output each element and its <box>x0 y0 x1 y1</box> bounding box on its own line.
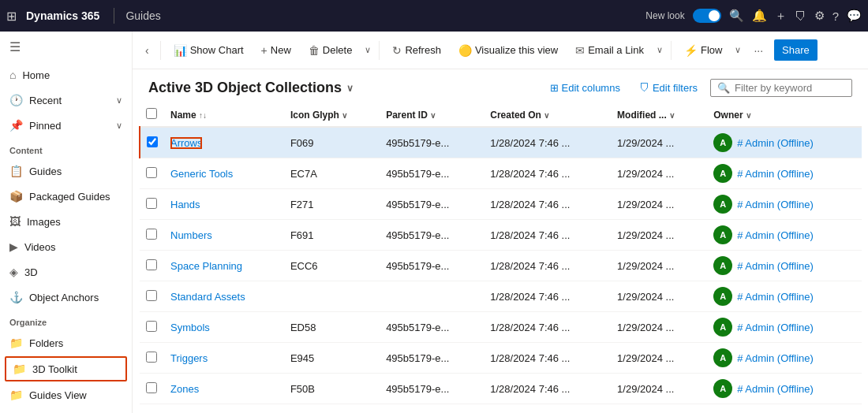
row-name-link[interactable]: Space Planning <box>170 260 242 272</box>
col-icon-glyph[interactable]: Icon Glyph ∨ <box>284 103 380 127</box>
row-checkbox-cell[interactable] <box>140 220 164 251</box>
email-link-button[interactable]: ✉ Email a Link <box>567 39 652 61</box>
row-name-cell[interactable]: Triggers <box>164 343 284 374</box>
share-button[interactable]: Share <box>774 39 817 61</box>
row-checkbox-cell[interactable] <box>140 251 164 281</box>
sidebar-item-guides[interactable]: 📋 Guides <box>0 158 132 184</box>
settings-icon[interactable]: ⚙ <box>814 9 825 23</box>
owner-name[interactable]: # Admin (Offline) <box>737 137 814 149</box>
sidebar-item-videos[interactable]: ▶ Videos <box>0 234 132 259</box>
sidebar-item-folders[interactable]: 📁 Folders <box>0 330 132 355</box>
row-checkbox[interactable] <box>146 321 157 332</box>
new-look-toggle[interactable] <box>693 9 721 23</box>
sidebar-item-packaged-guides[interactable]: 📦 Packaged Guides <box>0 184 132 209</box>
owner-name[interactable]: # Admin (Offline) <box>737 322 814 333</box>
email-caret-button[interactable]: ∨ <box>653 40 666 60</box>
row-name-link[interactable]: Zones <box>170 383 199 395</box>
row-name-cell[interactable]: Symbols <box>164 312 284 343</box>
col-modified[interactable]: Modified ... ∨ <box>611 103 707 127</box>
sort-icon-owner: ∨ <box>746 111 751 120</box>
col-parent-id[interactable]: Parent ID ∨ <box>380 103 484 127</box>
row-name-cell[interactable]: Standard Assets <box>164 281 284 312</box>
col-owner[interactable]: Owner ∨ <box>707 103 862 127</box>
row-checkbox[interactable] <box>146 382 157 393</box>
owner-name[interactable]: # Admin (Offline) <box>737 199 814 210</box>
chat-icon[interactable]: 💬 <box>847 9 862 23</box>
row-checkbox-cell[interactable] <box>140 189 164 220</box>
row-name-cell[interactable]: Generic Tools <box>164 158 284 189</box>
grid-icon[interactable]: ⊞ <box>6 9 17 24</box>
row-name-link[interactable]: Hands <box>170 199 200 210</box>
delete-caret-button[interactable]: ∨ <box>361 40 374 60</box>
help-icon[interactable]: ? <box>832 9 839 23</box>
row-checkbox[interactable] <box>146 198 157 209</box>
row-checkbox-cell[interactable] <box>140 374 164 404</box>
hamburger-button[interactable]: ☰ <box>0 32 132 62</box>
filter-input[interactable] <box>735 82 845 94</box>
filter-icon[interactable]: ⛉ <box>795 9 806 23</box>
row-checkbox-cell[interactable] <box>140 312 164 343</box>
flow-caret-button[interactable]: ∨ <box>731 40 744 60</box>
edit-columns-button[interactable]: ⊞ Edit columns <box>544 79 627 97</box>
owner-name[interactable]: # Admin (Offline) <box>737 168 814 180</box>
row-checkbox-cell[interactable] <box>140 281 164 312</box>
row-checkbox[interactable] <box>146 259 157 270</box>
owner-name[interactable]: # Admin (Offline) <box>737 291 814 303</box>
sidebar-item-pinned[interactable]: 📌 Pinned ∨ <box>0 113 132 138</box>
owner-name[interactable]: # Admin (Offline) <box>737 260 814 272</box>
row-checkbox[interactable] <box>146 167 157 178</box>
row-name-cell[interactable]: Hands <box>164 189 284 220</box>
list-title-caret[interactable]: ∨ <box>346 83 354 94</box>
new-button[interactable]: + New <box>253 39 299 61</box>
row-name-link[interactable]: Triggers <box>170 352 208 364</box>
show-chart-button[interactable]: 📊 Show Chart <box>166 39 252 61</box>
row-checkbox[interactable] <box>146 290 157 301</box>
row-checkbox[interactable] <box>146 229 157 240</box>
row-name-cell[interactable]: Arrows <box>164 127 284 158</box>
edit-filters-button[interactable]: ⛉ Edit filters <box>633 79 704 97</box>
row-checkbox[interactable] <box>146 352 157 363</box>
sidebar-item-3d[interactable]: ◈ 3D <box>0 259 132 285</box>
select-all-header[interactable] <box>140 103 164 127</box>
row-checkbox-cell[interactable] <box>140 158 164 189</box>
sidebar-item-images[interactable]: 🖼 Images <box>0 209 132 234</box>
sidebar-item-home[interactable]: ⌂ Home <box>0 62 132 87</box>
col-name[interactable]: Name ↑↓ <box>164 103 284 127</box>
filter-input-wrap[interactable]: 🔍 <box>710 79 852 97</box>
sidebar-toolkit-label: 3D Toolkit <box>32 363 77 375</box>
sidebar-3d-label: 3D <box>24 266 38 278</box>
owner-name[interactable]: # Admin (Offline) <box>737 229 814 241</box>
row-modified-cell: 1/29/2024 ... <box>611 158 707 189</box>
row-name-link[interactable]: Standard Assets <box>170 291 245 303</box>
sidebar-item-recent[interactable]: 🕐 Recent ∨ <box>0 87 132 113</box>
search-icon[interactable]: 🔍 <box>729 9 744 23</box>
sidebar-item-object-anchors[interactable]: ⚓ Object Anchors <box>0 285 132 310</box>
row-name-cell[interactable]: Numbers <box>164 220 284 251</box>
visualize-button[interactable]: 🟡 Visualize this view <box>451 39 566 61</box>
row-checkbox[interactable] <box>147 136 158 147</box>
refresh-button[interactable]: ↻ Refresh <box>384 39 449 61</box>
add-icon[interactable]: ＋ <box>775 9 787 24</box>
flow-button[interactable]: ⚡ Flow <box>676 39 730 61</box>
select-all-checkbox[interactable] <box>146 108 157 119</box>
delete-button[interactable]: 🗑 Delete <box>301 39 361 61</box>
col-created-on[interactable]: Created On ∨ <box>484 103 611 127</box>
sidebar-home-label: Home <box>22 69 50 81</box>
owner-name[interactable]: # Admin (Offline) <box>737 352 814 364</box>
owner-name[interactable]: # Admin (Offline) <box>737 383 814 395</box>
sidebar-item-guides-view[interactable]: 📁 Guides View <box>0 382 132 407</box>
more-options-button[interactable]: ··· <box>747 39 769 61</box>
row-name-cell[interactable]: Zones <box>164 374 284 404</box>
notification-icon[interactable]: 🔔 <box>752 9 767 23</box>
row-checkbox-cell[interactable] <box>140 343 164 374</box>
row-name-link[interactable]: Symbols <box>170 322 210 333</box>
back-button[interactable]: ‹ <box>139 39 155 61</box>
row-name-link[interactable]: Numbers <box>170 229 212 241</box>
sidebar-item-3d-toolkit[interactable]: 📁 3D Toolkit <box>5 356 127 381</box>
row-name-cell[interactable]: Space Planning <box>164 251 284 281</box>
row-checkbox-cell[interactable] <box>140 127 164 158</box>
row-name-link[interactable]: Arrows <box>170 137 202 149</box>
row-name-link[interactable]: Generic Tools <box>170 168 233 180</box>
row-parent-cell: 495b5179-e... <box>380 374 484 404</box>
row-owner-cell: A# Admin (Offline) <box>707 189 862 220</box>
